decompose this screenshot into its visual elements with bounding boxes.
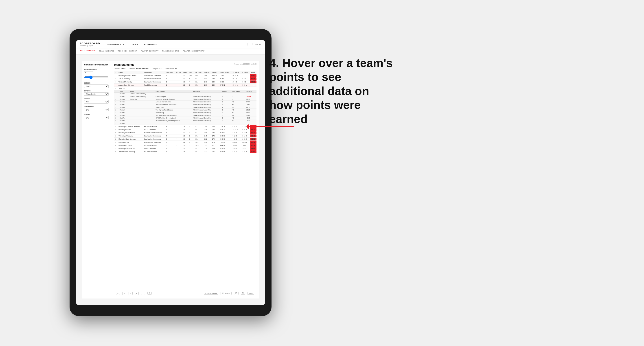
cell-points[interactable]: 88.71 [250,141,256,144]
tab-player-h2h-heatmap[interactable]: PLAYER H2H HEATMAP [183,50,205,53]
cell-conf: Pac-12 Conference [144,84,165,87]
panel-title: Team Standings [114,63,134,66]
cell-points-highlighted[interactable]: 78.5 [250,84,256,87]
cell-conf: Atlantic Coast Conference [144,74,165,77]
table-row[interactable]: 19University of TexasBig 12 Conference37… [114,128,256,131]
exp-col-w-points: W Points [246,90,256,93]
settings-button[interactable]: ⋯ [141,292,145,295]
share-button[interactable]: Share [247,292,254,295]
col-wins: Wins [188,71,194,74]
cell-conf-rank: 1 [165,84,175,87]
cell-vs50: 45-5-0 [241,80,250,84]
conference-select[interactable]: (All) [84,108,108,111]
cell-wins: 5 [188,84,194,87]
table-wrapper[interactable]: # School Conference Conf Rank No Tour Rn… [114,71,256,290]
cell-school: University of North Carolina [118,74,144,77]
expanded-row-9: 9UniversAmer An IntercollegiateNCAA Divi… [114,101,256,103]
expanded-table-header: # Team Event Event Division Event Type R… [114,90,256,93]
table-row[interactable]: 21University of AlabamaSoutheastern Conf… [114,135,256,138]
cell-rank: 1 [114,74,118,77]
watch-button[interactable]: 👀 Watch ▾ [220,292,232,295]
cell-points[interactable]: 83.89 [250,147,256,150]
tab-player-summary[interactable]: PLAYER SUMMARY [141,50,158,53]
tab-player-h2h-grid[interactable]: PLAYER H2H GRID [162,50,180,53]
cell-points[interactable]: 83.14 [250,144,256,147]
table-row[interactable]: 1 University of North Carolina Atlantic … [114,74,256,77]
region-select[interactable]: N/A East [84,100,108,104]
col-vs25: Vs Top 25 [232,71,241,74]
filter-gender-value: Men's [121,68,126,70]
exp-col-rounds: Rounds [221,90,231,93]
cell-avg [203,87,211,90]
copy-button[interactable]: ⧉ [135,292,139,295]
cell-overall [219,87,232,90]
cell-vs50 [241,87,250,90]
cell-points[interactable]: 80.94 [250,150,256,153]
table-row[interactable]: 24University of OregonPac-12 Conference5… [114,144,256,147]
table-row[interactable]: 5 Texas T... [114,87,256,90]
fullscreen-icon: ⛶ [242,292,244,294]
min-rounds-input[interactable] [84,71,93,74]
cell-points[interactable] [250,87,256,90]
cell-vs50: 58-24-1 [241,84,250,87]
table-row-highlighted[interactable]: 4 Arizona State University Pac-12 Confer… [114,84,256,87]
sidebar-school: School (All) [84,114,108,119]
fullscreen-button[interactable]: ⛶ [241,292,245,295]
reset-button[interactable]: ↺ [128,292,132,295]
cell-points[interactable]: 90.32 [250,80,256,84]
sidebar-gender: Gender Men's Women's [84,82,108,88]
cell-rnds: 22 [182,84,188,87]
table-row[interactable]: 26The Ohio State UniversityBig Ten Confe… [114,150,256,153]
cell-avg: 262 [203,74,211,77]
cell-overall: 86-4-0 [219,77,232,80]
undo-button[interactable]: ↩ [116,292,120,295]
filter-division: Division: NCAA Division I [129,68,149,70]
cell-points[interactable]: 83.81 [250,138,256,141]
cell-points[interactable]: 88.48 [250,135,256,138]
division-select[interactable]: NCAA Division I NCAA Division II [84,92,108,96]
watch-icon: 👀 [222,292,224,294]
table-row[interactable]: 18University of California, BerkeleyPac-… [114,125,256,128]
feedback-button[interactable]: 💬 [234,292,238,295]
cell-rank: 3 [114,80,118,84]
sign-out-button[interactable]: Sign out [252,43,261,45]
table-row[interactable]: 22Mississippi State UniversitySoutheaste… [114,138,256,141]
min-rounds-slider[interactable] [84,75,108,80]
table-row[interactable]: 20University of New MexicoMountain West … [114,131,256,135]
annotation-area: 4. Hover over a team's points to see add… [269,56,426,126]
cell-adj: 275.5 [194,84,203,87]
cell-avg: 2.73 [203,80,211,84]
sidebar-division: Division NCAA Division I NCAA Division I… [84,90,108,96]
redo-button[interactable]: ↪ [122,292,126,295]
nav-tournaments[interactable]: TOURNAMENTS [106,43,125,46]
nav-committee[interactable]: COMMITTEE [144,43,158,46]
tab-team-h2h-grid[interactable]: TEAM H2H GRID [99,50,114,53]
cell-low: 260 [211,77,219,80]
view-original-button[interactable]: 👁 View: Original [204,292,218,295]
cell-conf: Southeastern Conference [144,77,165,80]
table-row[interactable]: 25University of North FloridaASUN Confer… [114,147,256,150]
cell-points[interactable]: 97.02 [250,74,256,77]
sidebar-gender-label: Gender [84,82,108,84]
tab-team-h2h-heatmap[interactable]: TEAM H2H HEATMAP [118,50,137,53]
filter-gender: Gender: Men's [114,68,126,70]
cell-vs25: 50-10-0 [232,74,241,77]
table-row[interactable]: 23Duke UniversityAtlantic Coast Conferen… [114,141,256,144]
cell-avg: 2.50 [203,84,211,87]
cell-points[interactable]: 93.31 [250,77,256,80]
expanded-row-7: 7UniversArizona State UniversityCabo Col… [114,95,256,98]
table-row[interactable]: 3 Vanderbilt University Southeastern Con… [114,80,256,84]
nav-teams[interactable]: TEAMS [130,43,139,46]
gender-select[interactable]: Men's Women's [84,84,108,88]
logo-area: SCOREBOARD Powered by clippd [80,42,100,47]
clock-button[interactable]: ⏱ [148,292,152,295]
cell-wins: 4 [188,80,194,84]
school-select[interactable]: (All) [84,116,108,119]
tab-team-summary[interactable]: TEAM SUMMARY [80,50,96,53]
filter-division-value: NCAA Division I [136,68,149,70]
settings-icon: ⋯ [142,292,144,294]
table-row[interactable]: 2 Auburn University Southeastern Confere… [114,77,256,80]
logo-sub: Powered by clippd [80,45,100,47]
update-time: Update time: 13/03/2024 10:03:42 [234,63,256,65]
expanded-row-12: 12Florida IThe Cypress Point ClassicNCAA… [114,109,256,111]
